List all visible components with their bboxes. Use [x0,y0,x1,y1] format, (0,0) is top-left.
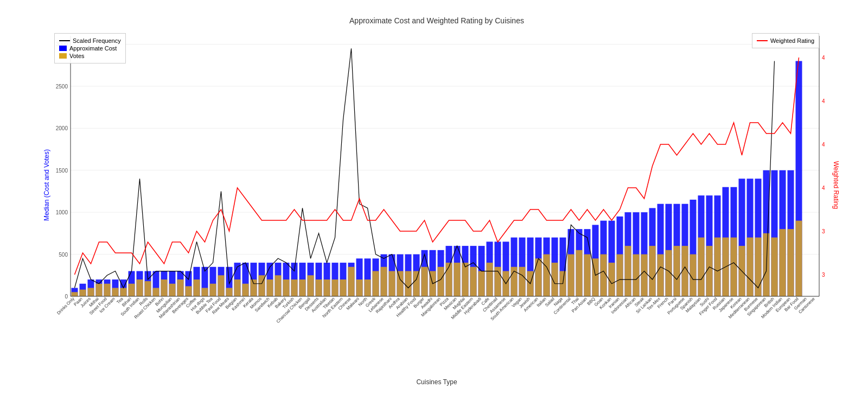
svg-rect-73 [283,279,290,296]
svg-rect-177 [706,246,713,296]
svg-rect-199 [796,221,802,296]
svg-rect-77 [299,279,306,296]
svg-rect-65 [251,279,257,296]
legend-rect-gold [59,53,67,59]
svg-text:3.6: 3.6 [822,272,825,278]
svg-rect-55 [210,284,216,296]
svg-rect-51 [194,279,200,296]
chart-container: Approximate Cost and Weighted Rating by … [0,0,868,407]
x-axis-label: Cuisines Type [416,378,457,386]
svg-rect-193 [771,238,778,296]
svg-rect-153 [609,263,615,296]
legend-approx-cost: Approximate Cost [59,45,121,52]
svg-text:4.0: 4.0 [822,185,825,191]
svg-rect-137 [544,255,550,296]
svg-rect-123 [487,263,493,296]
svg-rect-45 [169,284,176,296]
legend-scaled-freq: Scaled Frequency [59,37,121,44]
y-axis-left-label: Median (Cost and Votes) [43,149,50,221]
svg-rect-91 [356,279,363,296]
svg-rect-105 [413,271,420,296]
svg-rect-35 [129,284,135,296]
svg-rect-53 [202,288,208,296]
svg-rect-33 [120,288,127,296]
svg-text:1500: 1500 [56,168,68,174]
svg-rect-85 [332,279,339,296]
svg-rect-155 [617,255,623,296]
svg-rect-81 [316,279,322,296]
legend-approx-cost-label: Approximate Cost [69,45,117,52]
svg-text:1000: 1000 [56,209,68,215]
svg-rect-63 [242,284,249,296]
svg-rect-93 [365,279,371,296]
svg-rect-75 [291,279,298,296]
svg-rect-121 [478,271,485,296]
legend-votes-label: Votes [69,53,85,59]
svg-rect-87 [340,279,347,296]
svg-text:3.8: 3.8 [822,228,825,234]
svg-rect-43 [161,279,168,296]
svg-rect-31 [112,288,119,296]
main-chart-svg: 0500100015002000250030003.63.84.04.24.44… [49,30,825,340]
svg-rect-179 [714,238,721,296]
svg-rect-131 [519,267,526,296]
svg-rect-195 [780,229,786,296]
svg-text:500: 500 [59,252,68,258]
y-axis-right-label: Weighted Rating [832,161,840,209]
chart-title: Approximate Cost and Weighted Rating by … [49,16,825,25]
svg-rect-29 [104,284,111,296]
svg-text:4.2: 4.2 [822,142,825,148]
svg-rect-143 [568,255,575,296]
svg-rect-101 [397,271,404,296]
svg-rect-161 [641,255,648,296]
svg-rect-69 [267,279,273,296]
svg-rect-25 [88,288,94,296]
svg-rect-135 [535,258,542,296]
svg-rect-21 [72,292,78,296]
svg-rect-183 [731,238,737,296]
svg-rect-163 [649,246,656,296]
svg-rect-171 [682,246,688,296]
svg-rect-107 [422,267,428,296]
svg-rect-95 [373,271,379,296]
svg-rect-83 [324,279,330,296]
svg-rect-39 [145,281,151,296]
svg-rect-159 [633,255,640,296]
svg-rect-27 [96,284,103,296]
svg-rect-165 [658,255,664,296]
svg-rect-71 [275,275,282,296]
svg-rect-41 [153,288,159,296]
svg-rect-23 [80,290,86,296]
svg-rect-111 [438,267,444,296]
svg-rect-59 [226,288,233,296]
svg-text:4.4: 4.4 [822,98,825,104]
svg-text:2000: 2000 [56,125,68,131]
svg-text:2500: 2500 [56,84,68,90]
svg-rect-145 [576,250,583,296]
legend-line-black [59,40,70,41]
svg-rect-49 [186,286,192,296]
chart-area: Median (Cost and Votes) Weighted Rating … [49,30,825,340]
svg-rect-61 [234,279,241,296]
svg-text:0: 0 [65,294,68,300]
legend-rect-blue [59,46,67,51]
svg-rect-187 [747,238,754,296]
svg-rect-147 [584,255,591,296]
svg-rect-173 [690,255,697,296]
svg-rect-117 [462,263,469,296]
svg-rect-79 [308,275,314,296]
svg-rect-37 [137,279,143,296]
svg-rect-103 [405,271,412,296]
legend-left: Scaled Frequency Approximate Cost Votes [54,33,126,63]
svg-rect-169 [674,246,680,296]
svg-rect-47 [177,279,184,296]
svg-text:4.6: 4.6 [822,55,825,61]
svg-rect-119 [470,267,477,296]
legend-weighted-rating: Weighted Rating [757,37,814,44]
svg-rect-175 [698,238,705,296]
svg-rect-97 [381,267,387,296]
legend-votes: Votes [59,53,121,59]
legend-weighted-rating-label: Weighted Rating [770,37,814,44]
svg-rect-157 [625,246,631,296]
svg-rect-89 [348,267,355,296]
